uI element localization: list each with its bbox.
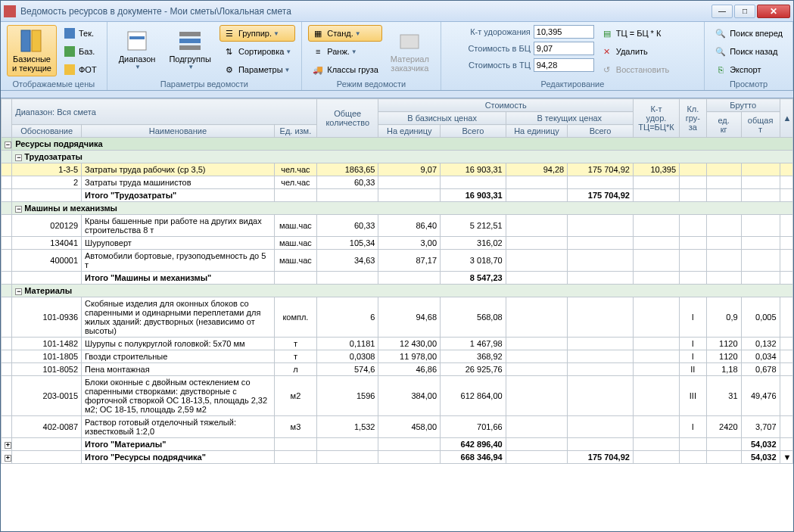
group-icon: ☰ (223, 27, 235, 39)
btn-group[interactable]: ☰Группир.▼ (220, 25, 295, 42)
export-icon: ⎘ (715, 64, 727, 76)
table-row[interactable]: +Итого "Ресурсы подрядчика"668 346,94175… (2, 451, 793, 464)
svg-rect-4 (64, 64, 75, 75)
btn-baz[interactable]: Баз. (60, 43, 101, 60)
hdr-cost: Стоимость (378, 99, 633, 112)
restore-icon: ↺ (601, 64, 613, 76)
input-kudor[interactable] (534, 25, 594, 39)
svg-rect-7 (179, 32, 201, 36)
hdr-justification: Обоснование (12, 125, 82, 138)
btn-tek[interactable]: Тек. (60, 25, 101, 42)
search-back-icon: 🔍 (715, 45, 727, 58)
table-row[interactable]: 101-1482Шурупы с полукруглой головкой: 5… (2, 338, 793, 350)
window-title: Ведомость ресурсов в документе - Мои сме… (20, 6, 711, 17)
table-row[interactable]: 400001Автомобили бортовые, грузоподъемно… (2, 250, 793, 272)
btn-tc-formula[interactable]: ▤ТЦ = БЦ * К (597, 25, 673, 42)
expand-icon[interactable]: + (5, 442, 11, 449)
btn-standard[interactable]: ▦Станд.▼ (308, 25, 382, 42)
table-row[interactable]: 402-0087Раствор готовый отделочный тяжел… (2, 416, 793, 438)
subgroups-icon (178, 29, 202, 53)
btn-sort[interactable]: ⇅Сортировка▼ (220, 43, 295, 60)
expand-icon[interactable]: − (5, 142, 11, 148)
group3-label: Режим ведомости (308, 78, 434, 89)
table-row[interactable]: 101-1805Гвозди строительныет0,030811 978… (2, 350, 793, 363)
svg-rect-8 (179, 39, 201, 43)
btn-search-fwd[interactable]: 🔍Поиск вперед (711, 25, 786, 42)
dropdown-arrow-icon: ▼ (351, 48, 357, 55)
minimize-button[interactable]: — (711, 5, 733, 18)
svg-rect-1 (32, 30, 41, 51)
table-row[interactable]: 101-0936Скобяные изделия для оконных бло… (2, 297, 793, 338)
hdr-k-udor: К-т удор. ТЦ=БЦ*К (633, 99, 679, 138)
baz-icon (64, 45, 76, 58)
group-machines: Машины и механизмы (24, 204, 117, 213)
btn-search-back[interactable]: 🔍Поиск назад (711, 43, 786, 60)
dropdown-arrow-icon: ▼ (135, 64, 141, 70)
group2-label: Параметры ведомости (114, 78, 296, 89)
sort-icon: ⇅ (223, 45, 235, 58)
expand-icon[interactable]: − (15, 154, 22, 161)
lbl-cost-bc: Стоимость в БЦ (447, 44, 531, 53)
ribbon: Базисные и текущие Тек. Баз. ФОТ Отображ… (1, 22, 793, 91)
btn-export[interactable]: ⎘Экспорт (711, 61, 786, 78)
hdr-current-prices: В текущих ценах (506, 112, 633, 125)
btn-customer-material: Материал заказчика (385, 25, 434, 76)
expand-icon[interactable]: + (5, 455, 11, 462)
svg-rect-9 (179, 45, 201, 50)
maximize-button[interactable]: □ (734, 5, 755, 18)
tek-icon (64, 27, 76, 39)
hdr-unit-kg: ед. кг (706, 112, 741, 138)
cargo-icon: 🚚 (312, 64, 324, 76)
hdr-cp-unit: На единицу (506, 125, 568, 138)
btn-cargo-classes[interactable]: 🚚Классы груза (308, 61, 382, 78)
btn-fot[interactable]: ФОТ (60, 61, 101, 78)
btn-subgroups[interactable]: Подгруппы▼ (163, 25, 216, 74)
group-contractor: Ресурсы подрядчика (12, 138, 793, 151)
close-button[interactable]: ✕ (757, 5, 790, 18)
table-row[interactable]: 203-0015Блоки оконные с двойным остеклен… (2, 376, 793, 416)
btn-delete[interactable]: ✕Удалить (597, 43, 673, 60)
titlebar: Ведомость ресурсов в документе - Мои сме… (1, 1, 793, 22)
svg-rect-10 (400, 35, 419, 48)
table-row[interactable]: 2Затраты труда машинистовчел.час60,33 (2, 176, 793, 189)
svg-rect-3 (64, 46, 75, 57)
fot-icon (64, 64, 76, 76)
btn-rank[interactable]: ≡Ранж.▼ (308, 43, 382, 60)
rank-icon: ≡ (312, 45, 324, 58)
table-row[interactable]: 020129Краны башенные при работе на други… (2, 215, 793, 237)
table-row[interactable]: 101-8052Пена монтажнаял574,646,8626 925,… (2, 363, 793, 376)
expand-icon[interactable]: − (15, 206, 22, 213)
dropdown-arrow-icon: ▼ (273, 30, 279, 37)
btn-both-prices[interactable]: Базисные и текущие (7, 25, 57, 76)
standard-icon: ▦ (312, 27, 324, 39)
formula-icon: ▤ (601, 27, 613, 39)
hdr-bp-total: Всего (441, 125, 506, 138)
expand-icon[interactable]: − (15, 288, 22, 295)
input-cost-tc[interactable] (534, 58, 594, 72)
delete-icon: ✕ (601, 45, 613, 58)
table-row[interactable]: Итого "Трудозатраты"16 903,31175 704,92 (2, 189, 793, 202)
table-row[interactable]: Итого "Машины и механизмы"8 547,23 (2, 272, 793, 285)
hdr-cp-total: Всего (568, 125, 634, 138)
grid[interactable]: Диапазон: Вся смета Общее количество Сто… (1, 98, 793, 531)
btn-both-prices-label: Базисные и текущие (12, 54, 51, 73)
table-row[interactable]: +Итого "Материалы"642 896,4054,032 (2, 438, 793, 451)
search-fwd-icon: 🔍 (715, 27, 727, 39)
hdr-scroll-spacer: ▲ (780, 99, 792, 138)
dropdown-arrow-icon: ▼ (285, 67, 291, 73)
input-cost-bc[interactable] (534, 42, 594, 55)
table-row[interactable]: 1-3-5Затраты труда рабочих (ср 3,5)чел.ч… (2, 163, 793, 176)
group1-label: Отображаемые цены (7, 78, 101, 89)
group-materials: Материалы (24, 286, 72, 295)
group4-label: Редактирование (447, 78, 698, 89)
params-icon: ⚙ (223, 64, 235, 76)
btn-params[interactable]: ⚙Параметры▼ (220, 61, 295, 78)
btn-range[interactable]: Диапазон▼ (114, 25, 161, 74)
table-row[interactable]: 134041Шуруповертмаш.час105,343,00316,02 (2, 237, 793, 250)
hdr-base-prices: В базисных ценах (378, 112, 506, 125)
hdr-cargo-class: Кл. гру- за (680, 99, 707, 138)
hdr-unit: Ед. изм. (274, 125, 316, 138)
group-labor: Трудозатраты (24, 152, 83, 161)
svg-rect-2 (64, 28, 75, 39)
hdr-range: Диапазон: Вся смета (12, 99, 317, 125)
